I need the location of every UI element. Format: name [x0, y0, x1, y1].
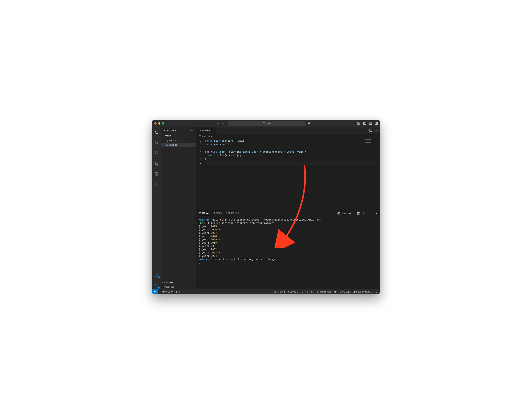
command-center-search[interactable]: test [228, 121, 305, 126]
panel-maximize-button[interactable]: ^ [372, 212, 374, 215]
beaker-icon [155, 182, 159, 187]
testing-activity[interactable] [152, 181, 161, 188]
toggle-secondary-sidebar-icon[interactable] [375, 122, 378, 125]
file-label: deno.json [169, 139, 179, 142]
copilot-group[interactable] [307, 122, 313, 125]
svg-rect-3 [358, 122, 359, 123]
toggle-primary-sidebar-icon[interactable] [363, 122, 366, 125]
run-debug-icon [155, 161, 159, 166]
svg-rect-8 [363, 122, 364, 125]
explorer-more-button[interactable] [190, 129, 193, 132]
terminal-name[interactable]: deno [337, 212, 347, 215]
ports-tab[interactable]: PORTS [214, 212, 222, 215]
nav-forward-button[interactable]: → [221, 122, 225, 125]
file-label: main.ts [170, 143, 177, 146]
breadcrumb-file: main.ts [202, 135, 210, 138]
panel-more-button[interactable] [367, 212, 370, 216]
search-icon [263, 122, 266, 125]
svg-rect-6 [359, 124, 360, 125]
file-item-main-ts[interactable]: TSmain.ts [161, 143, 196, 147]
svg-point-32 [335, 292, 336, 292]
line-gutter: 1234567 [196, 139, 205, 210]
editor-more-button[interactable] [375, 128, 378, 132]
svg-point-2 [309, 123, 309, 124]
timeline-label: TIMELINE [164, 286, 174, 288]
status-bar: 0 0 0 Ln 7, Col 1 Spaces: 2 UTF-8 LF {} … [152, 289, 380, 294]
svg-rect-18 [155, 173, 156, 174]
explorer-header: EXPLORER [161, 127, 196, 134]
file-item-deno-json[interactable]: { }deno.json [161, 139, 196, 143]
folder-root[interactable]: TEST [161, 134, 196, 139]
kill-terminal-icon[interactable] [362, 212, 365, 215]
cursor-position-status[interactable]: Ln 7, Col 1 [274, 290, 285, 293]
terminal-icon [337, 212, 341, 215]
deno-status[interactable]: Deno 2.1.4 (Upgrade available) [340, 290, 372, 293]
copilot-icon [307, 122, 310, 125]
nav-arrows: ← → [216, 122, 225, 125]
close-window-button[interactable] [154, 122, 156, 125]
bottom-panel: TERMINAL PORTS COMMENTS deno + ^ [196, 210, 380, 289]
source-control-activity[interactable] [152, 149, 161, 157]
terminal-dropdown-button[interactable] [353, 212, 355, 215]
ts-icon: TS [198, 129, 201, 132]
toggle-panel-icon[interactable] [369, 122, 372, 125]
svg-point-30 [176, 291, 177, 291]
accounts-button[interactable]: 1 [152, 271, 161, 279]
run-debug-activity[interactable] [152, 160, 161, 168]
tab-label: main.ts [202, 129, 210, 132]
editor-area: TS main.ts ✕ TS main.ts ... 1234567 cons… [196, 127, 380, 289]
warning-icon [168, 290, 171, 293]
language-status[interactable]: {} TypeScript [317, 290, 331, 293]
tab-main-ts[interactable]: TS main.ts ✕ [196, 127, 217, 134]
svg-point-14 [155, 151, 156, 152]
split-editor-icon[interactable] [369, 129, 372, 132]
minimap[interactable] [364, 139, 379, 147]
explorer-sidebar: EXPLORER TEST { }deno.jsonTSmain.ts OUTL… [161, 127, 196, 289]
encoding-status[interactable]: UTF-8 [302, 290, 308, 293]
titlebar-right [357, 122, 378, 125]
terminal-output[interactable]: Watcher Restarting! File change detected… [196, 217, 380, 289]
svg-point-0 [263, 122, 265, 124]
chevron-down-icon [311, 122, 313, 125]
extensions-activity[interactable] [152, 170, 161, 178]
explorer-activity[interactable] [152, 128, 161, 136]
svg-rect-10 [369, 124, 372, 125]
split-terminal-icon[interactable] [357, 212, 360, 215]
chevron-right-icon [162, 286, 163, 289]
new-terminal-button[interactable]: + [349, 212, 351, 215]
svg-rect-4 [359, 122, 360, 123]
outline-section[interactable]: OUTLINE [161, 280, 196, 285]
svg-point-22 [156, 274, 157, 275]
accounts-badge: 1 [157, 276, 160, 279]
timeline-section[interactable]: TIMELINE [161, 285, 196, 289]
ports-status[interactable]: 0 [175, 290, 180, 293]
svg-rect-20 [157, 174, 158, 176]
eol-status[interactable]: LF [311, 290, 314, 293]
breadcrumb[interactable]: TS main.ts ... [196, 134, 380, 139]
comments-tab[interactable]: COMMENTS [226, 212, 239, 215]
maximize-window-button[interactable] [162, 122, 164, 125]
remote-button[interactable] [152, 289, 158, 294]
nav-back-button[interactable]: ← [216, 122, 219, 125]
svg-point-13 [155, 141, 158, 144]
close-tab-button[interactable]: ✕ [212, 129, 214, 132]
layout-customize-icon[interactable] [357, 122, 361, 125]
chevron-right-icon [162, 281, 163, 284]
antenna-icon [175, 290, 178, 293]
remote-icon [153, 290, 156, 293]
chevron-down-icon [162, 135, 165, 138]
bell-icon[interactable] [375, 290, 378, 293]
activity-bar: 1 1 [152, 127, 161, 289]
settings-badge: 1 [157, 286, 160, 289]
settings-button[interactable]: 1 [152, 282, 161, 289]
terminal-tab[interactable]: TERMINAL [199, 212, 210, 215]
code-editor[interactable]: 1234567 const startingYears = 2025;const… [196, 139, 380, 210]
minimize-window-button[interactable] [158, 122, 160, 125]
problems-status[interactable]: 0 0 [162, 290, 172, 293]
search-text: test [267, 122, 271, 125]
search-activity[interactable] [152, 139, 161, 147]
copilot-status-icon[interactable] [334, 290, 337, 293]
indentation-status[interactable]: Spaces: 2 [288, 290, 298, 293]
code-content[interactable]: const startingYears = 2025;const years =… [205, 139, 380, 210]
panel-close-button[interactable]: ✕ [376, 212, 377, 215]
